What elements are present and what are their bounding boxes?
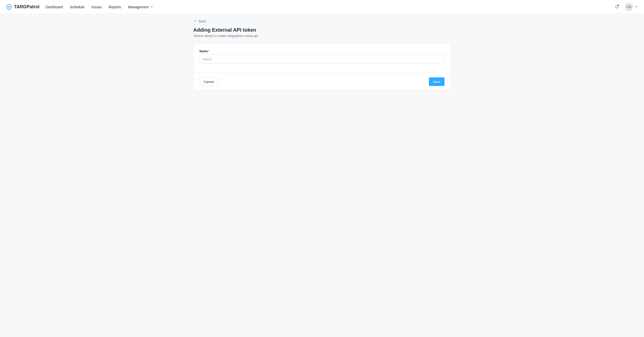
notification-dot-icon [617,5,619,6]
header-right: VM [613,3,638,11]
card-footer: Cancel Save [193,73,451,90]
arrow-left-icon [194,19,197,23]
nav-reports[interactable]: Reports [109,5,121,9]
user-menu[interactable]: VM [625,3,638,11]
page-title: Adding External API token [193,27,451,33]
name-input[interactable] [199,55,445,64]
nav-management[interactable]: Management [128,5,153,9]
cancel-button[interactable]: Cancel [199,77,218,86]
form-card: Name* Cancel Save [193,44,451,91]
back-label: Back [199,19,206,23]
required-star-icon: * [208,50,209,53]
chevron-down-icon [635,5,638,9]
avatar: VM [625,3,633,11]
save-button[interactable]: Save [429,77,445,86]
logo-icon [6,4,12,10]
card-body: Name* [193,44,451,73]
nav-dashboard[interactable]: Dashboard [46,5,63,9]
back-link[interactable]: Back [194,19,206,23]
main-content: Back Adding External API token Tokens al… [193,14,451,96]
app-header: TARGPatrol Dashboard Schedule Issues Rep… [0,0,644,14]
name-label-text: Name [199,50,208,53]
page-subtitle: Tokens allows to make integrations using… [193,34,451,38]
main-nav: Dashboard Schedule Issues Reports Manage… [46,5,153,9]
svg-point-0 [8,6,10,8]
name-label: Name* [199,50,445,53]
notifications-button[interactable] [613,3,621,11]
header-left: TARGPatrol Dashboard Schedule Issues Rep… [6,4,153,10]
nav-management-label: Management [128,5,149,9]
nav-issues[interactable]: Issues [92,5,102,9]
nav-schedule[interactable]: Schedule [70,5,84,9]
chevron-down-icon [150,5,153,9]
logo-text: TARGPatrol [14,4,39,10]
app-logo[interactable]: TARGPatrol [6,4,39,10]
